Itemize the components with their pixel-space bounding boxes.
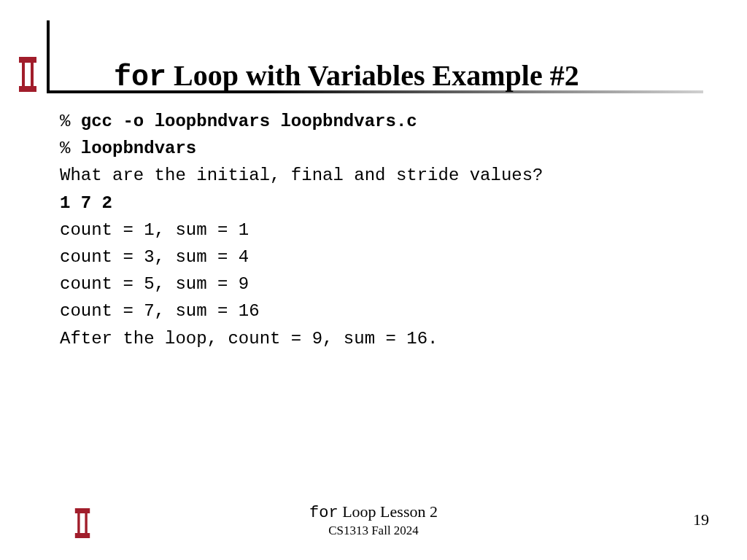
title-rule-vertical [47, 20, 50, 93]
footer-course: CS1313 Fall 2024 [0, 524, 747, 538]
footer-title: for Loop Lesson 2 [0, 502, 747, 522]
prompt: % [60, 139, 81, 158]
title-rest: Loop with Variables Example #2 [166, 59, 579, 92]
output-line: count = 7, sum = 16 [60, 301, 260, 321]
output-line: What are the initial, final and stride v… [60, 166, 543, 185]
prompt: % [60, 112, 81, 131]
title-keyword: for [114, 61, 166, 94]
slide-title: for Loop with Variables Example #2 [114, 58, 579, 94]
page-number: 19 [693, 510, 709, 529]
output-line: count = 1, sum = 1 [60, 220, 249, 240]
command: gcc -o loopbndvars loopbndvars.c [81, 112, 417, 131]
title-area: for Loop with Variables Example #2 [47, 20, 703, 98]
ou-logo-top-icon [13, 52, 42, 96]
slide-footer: for Loop Lesson 2 CS1313 Fall 2024 [0, 502, 747, 538]
output-line: After the loop, count = 9, sum = 16. [60, 329, 438, 349]
footer-rest: Loop Lesson 2 [338, 502, 438, 521]
output-line: count = 5, sum = 9 [60, 274, 249, 294]
footer-keyword: for [309, 504, 338, 522]
input-line: 1 7 2 [60, 193, 112, 213]
slide: for Loop with Variables Example #2 % gcc… [0, 0, 747, 560]
output-line: count = 3, sum = 4 [60, 247, 249, 267]
command: loopbndvars [81, 139, 196, 158]
code-output: % gcc -o loopbndvars loopbndvars.c % loo… [60, 108, 543, 352]
